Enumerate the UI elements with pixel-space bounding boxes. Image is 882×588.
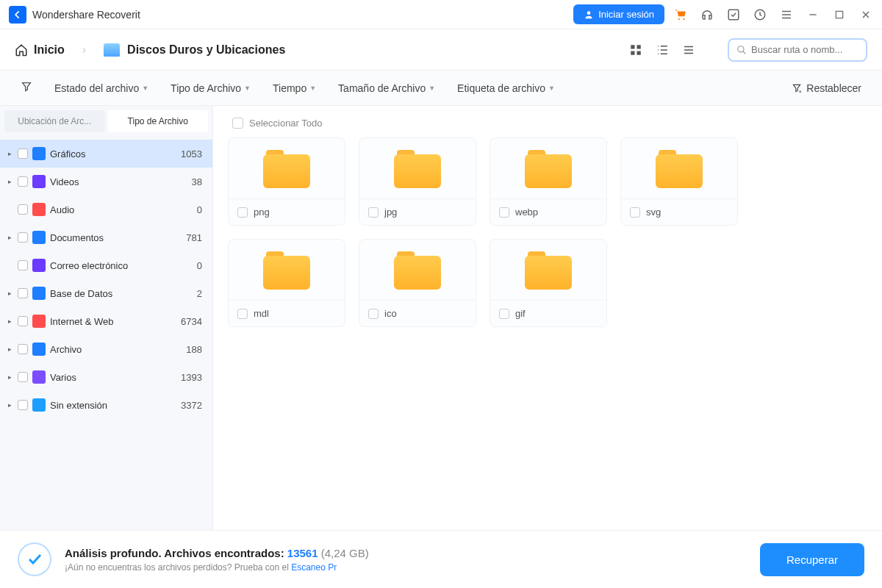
cart-icon[interactable] <box>673 7 688 22</box>
checkbox-icon[interactable] <box>368 207 379 218</box>
folder-icon <box>525 251 572 290</box>
checkbox-icon[interactable] <box>18 316 28 326</box>
folder-card[interactable]: png <box>228 137 345 226</box>
filterbar: Estado del archivo▼ Tipo de Archivo▼ Tie… <box>0 71 882 106</box>
checkbox-icon[interactable] <box>18 372 28 382</box>
category-item[interactable]: ▸Base de Datos2 <box>0 279 212 307</box>
status-line-2: ¡Aún no encuentras los archivos perdidos… <box>65 562 747 573</box>
category-label: Varios <box>50 372 176 383</box>
footer: Análisis profundo. Archivos encontrados:… <box>0 530 882 588</box>
recover-button[interactable]: Recuperar <box>760 543 864 576</box>
checkbox-icon[interactable] <box>232 118 243 129</box>
filter-type[interactable]: Tipo de Archivo▼ <box>171 82 251 94</box>
filter-tag[interactable]: Etiqueta de archivo▼ <box>457 82 555 94</box>
category-item[interactable]: Audio0 <box>0 196 212 223</box>
select-all[interactable]: Seleccionar Todo <box>228 115 867 137</box>
minimize-icon[interactable] <box>806 7 820 22</box>
category-icon <box>32 398 46 412</box>
checkbox-icon[interactable] <box>18 176 28 187</box>
checkbox-icon[interactable] <box>18 232 28 243</box>
checkbox-icon[interactable] <box>368 309 379 319</box>
folder-name: png <box>254 207 270 218</box>
close-icon[interactable] <box>858 7 873 22</box>
maximize-icon[interactable] <box>832 7 847 22</box>
nav-home[interactable]: Inicio <box>15 43 65 57</box>
folder-card[interactable]: mdl <box>228 239 345 327</box>
category-item[interactable]: ▸Varios1393 <box>0 363 212 391</box>
reset-button[interactable]: Restablecer <box>792 82 861 94</box>
checkbox-icon[interactable] <box>18 400 28 410</box>
filter-status[interactable]: Estado del archivo▼ <box>54 82 148 94</box>
deep-scan-link[interactable]: Escaneo Pr <box>291 562 337 573</box>
svg-point-0 <box>587 11 591 15</box>
folder-card[interactable]: ico <box>359 239 476 327</box>
caret-icon: ▸ <box>6 234 13 241</box>
category-item[interactable]: ▸Internet & Web6734 <box>0 307 212 335</box>
svg-rect-8 <box>631 51 634 54</box>
view-detail-icon[interactable] <box>653 40 672 60</box>
svg-point-1 <box>678 18 680 19</box>
category-item[interactable]: ▸Archivo188 <box>0 335 212 363</box>
category-count: 38 <box>192 176 202 187</box>
filter-time[interactable]: Tiempo▼ <box>273 82 316 94</box>
select-all-label: Seleccionar Todo <box>249 118 323 129</box>
clock-icon[interactable] <box>753 7 767 22</box>
checkbox-icon[interactable] <box>499 207 509 218</box>
checkbox-icon[interactable] <box>499 309 509 319</box>
checkbox-icon[interactable] <box>18 204 28 215</box>
folder-footer: gif <box>490 300 606 326</box>
titlebar: Wondershare Recoverit Iniciar sesión <box>0 0 882 29</box>
checkbox-icon[interactable] <box>726 7 741 22</box>
view-list-icon[interactable] <box>679 40 698 60</box>
folder-card[interactable]: webp <box>490 137 607 226</box>
checkbox-icon[interactable] <box>237 309 248 319</box>
checkbox-icon[interactable] <box>18 288 28 298</box>
disk-icon <box>104 43 120 57</box>
chevron-down-icon: ▼ <box>548 85 555 92</box>
category-list: ▸Gráficos1053▸Videos38Audio0▸Documentos7… <box>0 137 212 530</box>
checkbox-icon[interactable] <box>237 207 248 218</box>
folder-name: gif <box>515 308 526 319</box>
category-item[interactable]: ▸Videos38 <box>0 168 212 196</box>
menu-icon[interactable] <box>779 7 794 22</box>
category-count: 1393 <box>181 372 202 383</box>
folder-card[interactable]: svg <box>620 137 738 226</box>
tab-type[interactable]: Tipo de Archivo <box>108 110 209 132</box>
status-line-1: Análisis profundo. Archivos encontrados:… <box>65 547 747 559</box>
category-icon <box>32 175 46 188</box>
svg-rect-5 <box>836 11 842 18</box>
category-icon <box>32 259 46 272</box>
view-grid-icon[interactable] <box>626 40 645 60</box>
category-icon <box>32 287 46 300</box>
folder-card[interactable]: gif <box>490 239 607 327</box>
search-icon <box>736 44 747 56</box>
category-item[interactable]: Correo electrónico0 <box>0 251 212 279</box>
folder-footer: svg <box>621 198 737 225</box>
folder-footer: ico <box>359 300 476 326</box>
search-box[interactable] <box>728 38 867 62</box>
category-item[interactable]: ▸Sin extensión3372 <box>0 391 212 419</box>
category-label: Archivo <box>50 344 182 355</box>
search-input[interactable] <box>751 44 858 55</box>
category-icon <box>32 147 46 160</box>
tab-location[interactable]: Ubicación de Arc... <box>4 110 105 132</box>
svg-rect-9 <box>637 51 641 54</box>
folder-name: svg <box>646 207 661 218</box>
checkbox-icon[interactable] <box>18 260 28 270</box>
nav-divider-icon: › <box>82 43 86 57</box>
login-button[interactable]: Iniciar sesión <box>573 4 664 24</box>
filter-icon[interactable] <box>21 81 32 96</box>
category-item[interactable]: ▸Documentos781 <box>0 223 212 251</box>
checkbox-icon[interactable] <box>18 344 28 354</box>
nav-location: Discos Duros y Ubicaciones <box>104 43 285 57</box>
headset-icon[interactable] <box>700 7 714 22</box>
checkbox-icon[interactable] <box>630 207 640 218</box>
filter-size[interactable]: Tamaño de Archivo▼ <box>338 82 435 94</box>
checkbox-icon[interactable] <box>18 148 28 159</box>
category-item[interactable]: ▸Gráficos1053 <box>0 140 212 168</box>
folder-card[interactable]: jpg <box>359 137 476 226</box>
category-icon <box>32 343 46 356</box>
chevron-down-icon: ▼ <box>429 85 435 92</box>
caret-icon: ▸ <box>6 318 13 325</box>
category-icon <box>32 231 46 244</box>
